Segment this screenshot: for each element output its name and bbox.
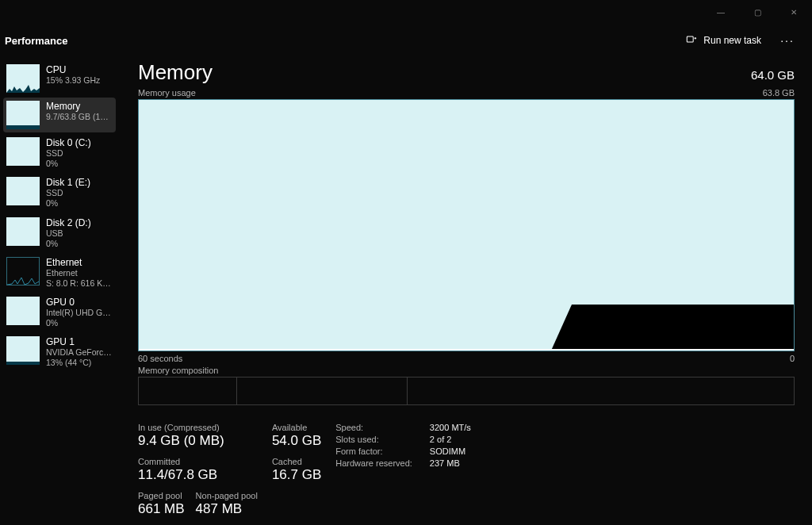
cpu-thumb [6, 64, 40, 93]
svg-marker-1 [6, 85, 40, 93]
spec-label: Form factor: [335, 446, 412, 456]
chart-label-br: 0 [790, 354, 795, 363]
stat-value: 54.0 GB [272, 433, 321, 449]
ethernet-thumb [6, 257, 40, 285]
chart-series-fill [572, 305, 794, 351]
sidebar-item-sub2: 0% [46, 318, 113, 328]
sidebar-item-cpu[interactable]: CPU 15% 3.93 GHz [3, 61, 116, 96]
memcomp-seg-standby [237, 377, 408, 404]
more-button[interactable]: ··· [774, 29, 801, 52]
sidebar-item-disk0[interactable]: Disk 0 (C:) SSD 0% [3, 134, 116, 172]
stat-label: Available [272, 423, 321, 432]
spec-value: 2 of 2 [430, 435, 471, 444]
chart-baseline [139, 349, 794, 351]
sidebar-item-label: Ethernet [46, 257, 113, 268]
chart-label-tr: 63.8 GB [763, 88, 795, 98]
chart-bottom-row: 60 seconds 0 [138, 354, 795, 363]
disk0-thumb [6, 137, 40, 166]
sidebar-item-gpu1[interactable]: GPU 1 NVIDIA GeForce R… 13% (44 °C) [3, 333, 116, 371]
stat-available: Available 54.0 GB [272, 423, 321, 449]
disk1-thumb [6, 177, 40, 205]
titlebar: — ▢ ✕ [0, 0, 812, 24]
stat-pool-row: Paged pool 661 MB Non-paged pool 487 MB [138, 491, 258, 517]
sidebar: CPU 15% 3.93 GHz Memory 9.7/63.8 GB (15%… [0, 57, 121, 525]
header-actions: Run new task ··· [680, 29, 801, 52]
sidebar-item-memory[interactable]: Memory 9.7/63.8 GB (15%) [3, 98, 116, 132]
sidebar-item-sub: SSD [46, 188, 90, 198]
close-button[interactable]: ✕ [776, 0, 812, 24]
sidebar-text: Disk 2 (D:) USB 0% [46, 217, 91, 249]
stat-in-use: In use (Compressed) 9.4 GB (0 MB) [138, 423, 258, 449]
sidebar-item-label: Disk 2 (D:) [46, 217, 91, 228]
gpu1-thumb [6, 336, 40, 365]
stat-col-1: In use (Compressed) 9.4 GB (0 MB) Commit… [138, 423, 258, 517]
sidebar-item-label: Memory [46, 101, 113, 112]
memcomp-seg-inuse [139, 377, 237, 404]
sidebar-item-ethernet[interactable]: Ethernet Ethernet S: 8.0 R: 616 Kbps [3, 254, 116, 292]
stat-value: 9.4 GB (0 MB) [138, 433, 258, 449]
stat-label: Committed [138, 457, 258, 466]
stat-value: 661 MB [138, 501, 185, 517]
svg-rect-0 [688, 36, 694, 42]
sidebar-item-disk1[interactable]: Disk 1 (E:) SSD 0% [3, 174, 116, 212]
sidebar-item-sub: NVIDIA GeForce R… [46, 347, 113, 358]
run-new-task-button[interactable]: Run new task [680, 29, 768, 52]
stats-area: In use (Compressed) 9.4 GB (0 MB) Commit… [138, 423, 795, 517]
stat-col-2: Available 54.0 GB Cached 16.7 GB [272, 423, 321, 517]
stat-label: In use (Compressed) [138, 423, 258, 432]
spec-label: Speed: [335, 423, 412, 432]
stat-committed: Committed 11.4/67.8 GB [138, 457, 258, 483]
chart-label-bl: 60 seconds [138, 354, 182, 363]
run-task-icon [686, 34, 697, 48]
gpu0-thumb [6, 297, 40, 325]
chart-top-row: Memory usage 63.8 GB [138, 88, 795, 98]
memory-thumb [6, 101, 40, 129]
sidebar-text: CPU 15% 3.93 GHz [46, 64, 100, 86]
sidebar-item-sub2: 0% [46, 239, 91, 249]
sidebar-item-sub2: 13% (44 °C) [46, 358, 113, 368]
sidebar-text: Disk 0 (C:) SSD 0% [46, 137, 91, 169]
chart-label-tl: Memory usage [138, 88, 196, 98]
sidebar-item-sub: USB [46, 228, 91, 239]
sidebar-item-label: Disk 0 (C:) [46, 137, 91, 148]
stat-label: Non-paged pool [196, 491, 258, 500]
sidebar-item-sub: Ethernet [46, 268, 113, 278]
header: Performance Run new task ··· [0, 24, 812, 57]
memory-usage-chart[interactable] [138, 99, 795, 351]
specs: Speed: 3200 MT/s Slots used: 2 of 2 Form… [335, 423, 471, 517]
memcomp-label: Memory composition [138, 366, 795, 375]
sidebar-item-sub: 15% 3.93 GHz [46, 75, 100, 86]
spec-value: 237 MB [430, 458, 471, 468]
memory-capacity: 64.0 GB [751, 68, 795, 82]
spec-label: Hardware reserved: [335, 458, 412, 468]
sidebar-item-label: CPU [46, 64, 100, 75]
spec-value: 3200 MT/s [430, 423, 471, 432]
sidebar-item-disk2[interactable]: Disk 2 (D:) USB 0% [3, 214, 116, 252]
sidebar-item-label: GPU 1 [46, 336, 113, 347]
memory-composition-bar[interactable] [138, 377, 795, 405]
sidebar-text: GPU 0 Intel(R) UHD Grap… 0% [46, 297, 113, 328]
sidebar-item-sub: Intel(R) UHD Grap… [46, 308, 113, 318]
stat-label: Paged pool [138, 491, 185, 500]
stat-value: 487 MB [196, 501, 258, 517]
sidebar-item-sub2: 0% [46, 198, 90, 209]
sidebar-item-label: Disk 1 (E:) [46, 177, 90, 188]
disk2-thumb [6, 217, 40, 246]
sidebar-item-sub2: 0% [46, 159, 91, 169]
stat-value: 11.4/67.8 GB [138, 467, 258, 483]
stat-label: Cached [272, 457, 321, 466]
sidebar-text: Ethernet Ethernet S: 8.0 R: 616 Kbps [46, 257, 113, 289]
sidebar-item-label: GPU 0 [46, 297, 113, 308]
sidebar-item-gpu0[interactable]: GPU 0 Intel(R) UHD Grap… 0% [3, 293, 116, 331]
sidebar-text: GPU 1 NVIDIA GeForce R… 13% (44 °C) [46, 336, 113, 368]
content: CPU 15% 3.93 GHz Memory 9.7/63.8 GB (15%… [0, 57, 812, 525]
spec-label: Slots used: [335, 435, 412, 444]
sidebar-text: Memory 9.7/63.8 GB (15%) [46, 101, 113, 122]
stat-paged: Paged pool 661 MB [138, 491, 185, 517]
maximize-button[interactable]: ▢ [739, 0, 776, 24]
stat-cached: Cached 16.7 GB [272, 457, 321, 483]
sidebar-item-sub: 9.7/63.8 GB (15%) [46, 112, 113, 122]
minimize-button[interactable]: — [703, 0, 739, 24]
sidebar-item-sub: SSD [46, 148, 91, 159]
stat-nonpaged: Non-paged pool 487 MB [196, 491, 258, 517]
